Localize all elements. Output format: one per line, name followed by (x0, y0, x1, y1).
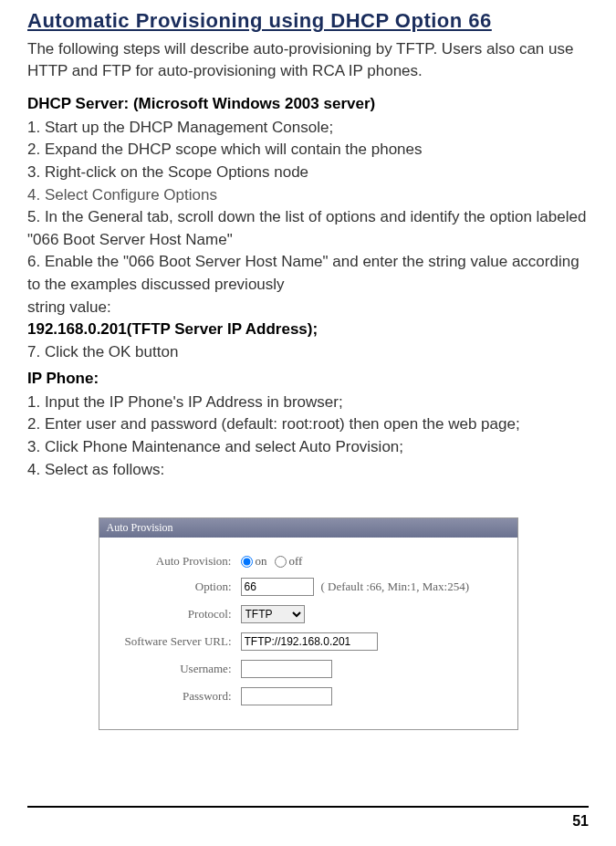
ipphone-step-1: 1. Input the IP Phone's IP Address in br… (27, 392, 589, 414)
ipphone-step-4: 4. Select as follows: (27, 459, 589, 482)
password-input[interactable] (241, 687, 332, 705)
dhcp-step-7: 7. Click the OK button (27, 341, 589, 364)
radio-on[interactable] (241, 556, 253, 568)
page-number: 51 (572, 813, 589, 830)
dhcp-step-5: 5. In the General tab, scroll down the l… (27, 206, 589, 251)
row-auto-provision: Auto Provision: on off (109, 554, 508, 569)
row-option: Option: ( Default :66, Min:1, Max:254) (109, 578, 508, 596)
server-url-input[interactable] (241, 632, 378, 651)
row-password: Password: (109, 687, 508, 705)
username-label: Username: (109, 662, 241, 676)
intro-text: The following steps will describe auto-p… (27, 38, 589, 82)
row-username: Username: (109, 660, 508, 678)
radio-off[interactable] (275, 556, 287, 568)
radio-off-wrap[interactable]: off (275, 554, 303, 569)
server-url-label: Software Server URL: (109, 634, 241, 649)
dhcp-step-6: 6. Enable the "066 Boot Server Host Name… (27, 251, 589, 296)
protocol-select[interactable]: TFTP (241, 605, 305, 623)
dhcp-step-4: 4. Select Configure Options (27, 184, 589, 207)
dhcp-step-2: 2. Expand the DHCP scope which will cont… (27, 139, 589, 162)
username-input[interactable] (241, 660, 332, 678)
auto-provision-panel: Auto Provision Auto Provision: on off Op… (99, 517, 518, 730)
footer-divider (27, 806, 589, 808)
radio-on-label: on (256, 554, 267, 569)
panel-header: Auto Provision (99, 518, 517, 538)
option-note: ( Default :66, Min:1, Max:254) (321, 580, 469, 594)
auto-provision-label: Auto Provision: (109, 554, 241, 569)
radio-on-wrap[interactable]: on (241, 554, 267, 569)
panel-body: Auto Provision: on off Option: ( Default… (99, 538, 517, 729)
ipphone-step-3: 3. Click Phone Maintenance and select Au… (27, 436, 589, 459)
dhcp-heading: DHCP Server: (Microsoft Windows 2003 ser… (27, 95, 589, 113)
password-label: Password: (109, 689, 241, 704)
option-label: Option: (109, 580, 241, 594)
page-title: Automatic Provisioning using DHCP Option… (27, 9, 589, 33)
dhcp-step-1: 1. Start up the DHCP Management Console; (27, 117, 589, 140)
ipphone-heading: IP Phone: (27, 370, 589, 388)
string-value-label: string value: (27, 297, 589, 319)
radio-off-label: off (289, 554, 303, 569)
ipphone-step-2: 2. Enter user and password (default: roo… (27, 413, 589, 436)
row-protocol: Protocol: TFTP (109, 605, 508, 623)
dhcp-step-3: 3. Right-click on the Scope Options node (27, 162, 589, 184)
option-input[interactable] (241, 578, 314, 596)
row-server-url: Software Server URL: (109, 632, 508, 651)
string-value: 192.168.0.201(TFTP Server IP Address); (27, 319, 589, 341)
protocol-label: Protocol: (109, 607, 241, 621)
